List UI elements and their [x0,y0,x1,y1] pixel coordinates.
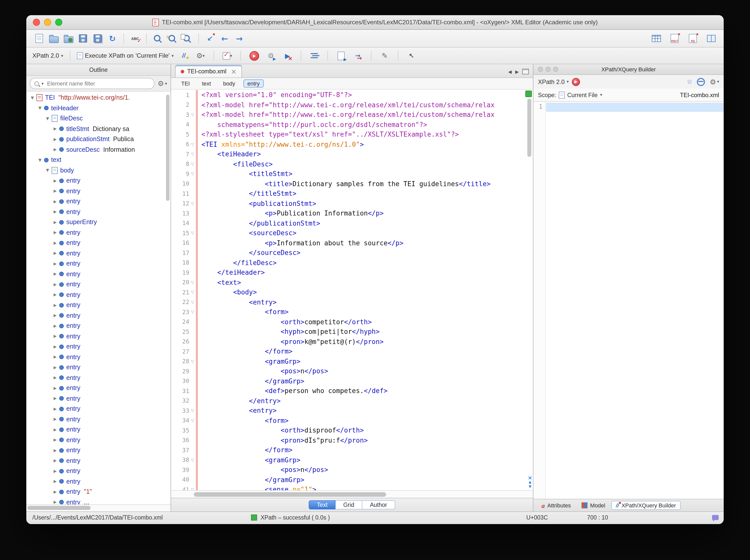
code-line[interactable]: 20▽ <text> [171,278,526,287]
check-well-formedness-button[interactable] [351,49,364,62]
code-line[interactable]: 32 </entry> [171,396,526,406]
view-author-button[interactable]: Author [362,500,395,509]
scope-value[interactable]: Current File [567,92,598,98]
fold-toggle-icon[interactable]: ▽ [189,300,196,304]
search-button[interactable] [151,32,164,45]
fold-toggle-icon[interactable]: ▽ [189,172,196,176]
format-indent-button[interactable] [308,49,321,62]
outline-node-entry[interactable]: ▶entry [26,238,171,248]
code-line[interactable]: 24 <orth>competitor</orth> [171,317,526,327]
outline-node-entry[interactable]: ▶entry [26,259,171,269]
view-text-button[interactable]: Text [309,500,336,509]
code-line[interactable]: 19 </teiHeader> [171,267,526,278]
expander-closed-icon[interactable]: ▶ [52,189,58,194]
selection-tool-button[interactable] [405,49,418,62]
code-line[interactable]: 33▽ <entry> [171,406,526,416]
panel-zoom-button[interactable] [553,67,558,72]
fold-toggle-icon[interactable]: ▽ [189,231,196,236]
fold-toggle-icon[interactable]: ▽ [189,162,196,166]
outline-node-entry[interactable]: ▶entry [26,176,171,186]
outline-node-entry[interactable]: ▶entry [26,383,171,393]
xpath-version-select[interactable]: XPath 2.0 ▾ [33,52,63,59]
fold-toggle-icon[interactable]: ▽ [189,458,196,462]
expander-open-icon[interactable]: ▼ [29,96,35,100]
code-line[interactable]: 39 <pos>n</pos> [171,465,526,475]
outline-node-entry[interactable]: ▶entry [26,279,171,289]
expander-closed-icon[interactable]: ▶ [52,438,58,442]
expander-closed-icon[interactable]: ▶ [52,282,58,287]
outline-node-entry[interactable]: ▶entry [26,373,171,383]
find-in-files-button[interactable] [181,32,194,45]
editor-horizontal-scrollbar[interactable] [171,490,533,498]
panel-tab-model[interactable]: Model [577,501,610,510]
code-line[interactable]: 28▽ <gramGrp> [171,356,526,366]
expander-closed-icon[interactable]: ▶ [52,241,58,245]
code-line[interactable]: 36 <pron>dIs"pru:f</pron> [171,435,526,445]
outline-node-entry[interactable]: ▶entry [26,300,171,311]
expander-closed-icon[interactable]: ▶ [52,396,58,401]
outline-node-teiHeader[interactable]: ▼teiHeader [26,103,171,113]
fold-toggle-icon[interactable]: ▽ [189,418,196,423]
expander-closed-icon[interactable]: ▶ [52,313,58,318]
expander-closed-icon[interactable]: ▶ [52,251,58,256]
fold-toggle-icon[interactable]: ▽ [189,408,196,413]
execute-xpath-button[interactable] [572,78,580,86]
xquery-debugger-button[interactable]: XQ [686,32,699,45]
notifications-icon[interactable] [712,515,718,520]
outline-node-entry[interactable]: ▶entry [26,207,171,217]
code-line[interactable]: 29 <pos>n</pos> [171,366,526,376]
xpath-settings-button[interactable]: ▾ [194,49,207,62]
outline-node-entry[interactable]: ▶entry [26,404,171,414]
find-replace-button[interactable] [166,32,179,45]
code-line[interactable]: 2<?xml-model href="http://www.tei-c.org/… [171,100,526,110]
code-line[interactable]: 37 </form> [171,445,526,455]
outline-node-entry[interactable]: ▶entry [26,466,171,476]
breadcrumb-item-TEI[interactable]: TEI [177,79,194,87]
expander-open-icon[interactable]: ▼ [44,116,51,121]
fold-toggle-icon[interactable]: ▽ [189,487,196,491]
code-line[interactable]: 8▽ <fileDesc> [171,159,526,169]
scrollbar-thumb[interactable] [27,506,91,510]
fold-toggle-icon[interactable]: ▽ [189,201,196,206]
outline-node-entry[interactable]: ▶entry [26,362,171,373]
code-line[interactable]: 7▽ <teiHeader> [171,149,526,159]
expander-closed-icon[interactable]: ▶ [52,231,58,235]
fold-toggle-icon[interactable]: ▽ [189,113,196,117]
outline-node-entry[interactable]: ▶entry [26,435,171,445]
code-line[interactable]: 30 </gramGrp> [171,376,526,386]
outline-node-entry[interactable]: ▶entry [26,393,171,404]
outline-node-entry[interactable]: ▶entry [26,311,171,321]
expander-open-icon[interactable]: ▼ [44,168,51,173]
code-line[interactable]: 26 <pron>k@m"petit@(r)</pron> [171,337,526,346]
outline-node-titleStmt[interactable]: ▶titleStmtDictionary sa [26,124,171,134]
expander-closed-icon[interactable]: ▶ [52,355,58,359]
favorites-star-icon[interactable] [687,78,693,85]
expander-closed-icon[interactable]: ▶ [52,376,58,380]
save-button[interactable] [76,32,90,45]
next-tab-icon[interactable]: ▶ [515,69,519,74]
xslt-debugger-button[interactable]: XSLT [668,32,681,45]
outline-node-entry[interactable]: ▶entry [26,196,171,207]
editor-vertical-scrollbar[interactable] [527,99,531,157]
panel-tab-attributes[interactable]: aAttributes [537,501,575,510]
expander-closed-icon[interactable]: ▶ [52,407,58,411]
scrollbar-thumb[interactable] [194,492,386,497]
expander-closed-icon[interactable]: ▶ [52,459,58,463]
expander-closed-icon[interactable]: ▶ [52,303,58,307]
expander-closed-icon[interactable]: ▶ [52,479,58,484]
expander-closed-icon[interactable]: ▶ [52,324,58,328]
nav-back-button[interactable] [218,32,231,45]
zoom-window-button[interactable] [55,19,62,26]
outline-node-entry[interactable]: ▶entry [26,456,171,466]
outline-node-entry[interactable]: ▶entry [26,424,171,435]
xpath-favorites-button[interactable]: // [177,49,190,62]
outline-node-entry[interactable]: ▶entry [26,269,171,279]
xpath-expression-editor[interactable]: 1 [533,102,724,499]
outline-horizontal-scrollbar[interactable] [26,504,171,512]
outline-vertical-scrollbar[interactable] [166,95,170,201]
breadcrumb-item-entry[interactable]: entry [243,79,264,87]
configure-transformation-button[interactable] [264,49,277,62]
last-edit-location-button[interactable] [203,32,217,45]
outline-node-publicationStmt[interactable]: ▶publicationStmtPublica [26,134,171,144]
expander-open-icon[interactable]: ▼ [37,158,43,162]
